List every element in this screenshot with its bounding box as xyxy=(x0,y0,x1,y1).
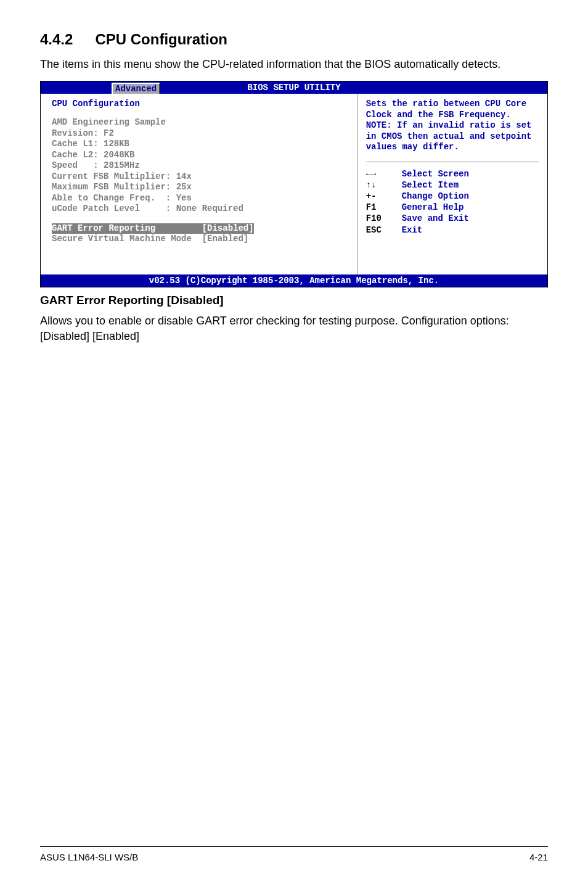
key-label: Select Item xyxy=(402,179,459,191)
key-f10: F10 xyxy=(366,213,402,224)
footer-product: ASUS L1N64-SLI WS/B xyxy=(40,852,138,862)
section-title: CPU Configuration xyxy=(95,31,227,47)
config-title: CPU Configuration xyxy=(52,99,346,109)
bios-left-panel: CPU Configuration AMD Engineering Sample… xyxy=(41,94,357,274)
key-esc: ESC xyxy=(366,225,402,236)
config-lines: AMD Engineering Sample Revision: F2 Cach… xyxy=(52,117,346,215)
secure-virtual-machine-row: Secure Virtual Machine Mode [Enabled] xyxy=(52,234,346,245)
key-f1: F1 xyxy=(366,202,402,213)
help-key-row: ↑↓ Select Item xyxy=(366,179,539,191)
help-text: Sets the ratio between CPU Core Clock an… xyxy=(366,99,539,153)
bios-body: CPU Configuration AMD Engineering Sample… xyxy=(41,94,547,274)
subheading: GART Error Reporting [Disabled] xyxy=(40,294,548,307)
key-label: Exit xyxy=(402,225,423,236)
key-arrows-lr-icon: ←→ xyxy=(366,168,402,179)
bios-titlebar: BIOS SETUP UTILITY Advanced xyxy=(41,81,547,94)
key-label: Select Screen xyxy=(402,168,469,179)
bios-right-panel: Sets the ratio between CPU Core Clock an… xyxy=(357,94,547,274)
footer-page-number: 4-21 xyxy=(529,852,548,862)
help-keys: ←→ Select Screen ↑↓ Select Item +- Chang… xyxy=(366,168,539,236)
page-footer: ASUS L1N64-SLI WS/B 4-21 xyxy=(40,846,548,862)
bios-footer: v02.53 (C)Copyright 1985-2003, American … xyxy=(41,274,547,287)
key-label: Save and Exit xyxy=(402,213,469,224)
help-key-row: ←→ Select Screen xyxy=(366,168,539,179)
help-key-row: ESC Exit xyxy=(366,225,539,236)
gart-error-reporting-row: GART Error Reporting [Disabled] xyxy=(52,223,254,234)
key-label: General Help xyxy=(402,202,464,213)
section-number: 4.4.2 xyxy=(40,31,73,47)
intro-text: The items in this menu show the CPU-rela… xyxy=(40,57,548,72)
key-plus-minus-icon: +- xyxy=(366,191,402,202)
bios-tab-advanced: Advanced xyxy=(112,83,160,94)
key-arrows-ud-icon: ↑↓ xyxy=(366,179,402,191)
help-key-row: F10 Save and Exit xyxy=(366,213,539,224)
help-divider xyxy=(366,162,539,162)
key-label: Change Option xyxy=(402,191,469,202)
section-heading: 4.4.2CPU Configuration xyxy=(40,31,548,48)
help-key-row: F1 General Help xyxy=(366,202,539,213)
bios-screenshot: BIOS SETUP UTILITY Advanced CPU Configur… xyxy=(40,81,548,287)
body-text: Allows you to enable or disable GART err… xyxy=(40,313,548,344)
help-key-row: +- Change Option xyxy=(366,191,539,202)
